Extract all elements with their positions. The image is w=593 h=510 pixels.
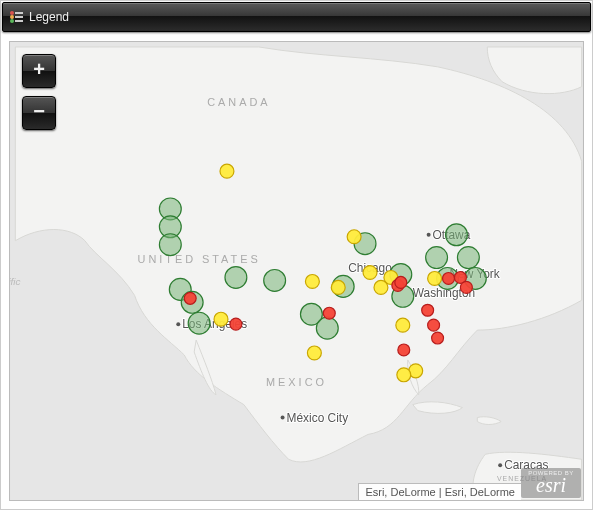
marker-yellow[interactable] [307,346,321,360]
marker-red[interactable] [460,281,472,293]
country-label: CANADA [207,96,270,108]
esri-brand: esri [521,476,581,494]
svg-point-7 [427,233,431,237]
country-label: UNITED STATES [138,253,261,265]
city-label: México City [287,411,349,425]
marker-green[interactable] [264,270,286,292]
svg-point-9 [281,416,285,420]
marker-green[interactable] [426,247,448,269]
marker-red[interactable] [230,318,242,330]
country-label: MEXICO [266,376,327,388]
marker-red[interactable] [184,292,196,304]
svg-point-2 [10,15,14,19]
ocean-label: ific [10,276,21,287]
marker-green[interactable] [446,224,468,246]
map-svg: CANADAUNITED STATESMEXICOificVENEZUELAOt… [10,42,583,500]
marker-green[interactable] [188,312,210,334]
zoom-out-button[interactable]: − [22,96,56,130]
svg-point-8 [176,322,180,326]
marker-red[interactable] [428,319,440,331]
marker-yellow[interactable] [363,266,377,280]
marker-green[interactable] [159,234,181,256]
marker-yellow[interactable] [305,274,319,288]
map-view[interactable]: CANADAUNITED STATESMEXICOificVENEZUELAOt… [9,41,584,501]
svg-point-0 [10,11,14,15]
marker-yellow[interactable] [397,368,411,382]
marker-red[interactable] [395,276,407,288]
marker-red[interactable] [422,304,434,316]
svg-point-10 [498,463,502,467]
legend-icon [9,10,23,24]
marker-yellow[interactable] [220,164,234,178]
marker-yellow[interactable] [347,230,361,244]
marker-yellow[interactable] [396,318,410,332]
marker-green[interactable] [316,317,338,339]
marker-yellow[interactable] [331,280,345,294]
marker-red[interactable] [432,332,444,344]
marker-green[interactable] [457,247,479,269]
marker-green[interactable] [225,267,247,289]
svg-rect-3 [15,16,23,18]
marker-red[interactable] [398,344,410,356]
marker-red[interactable] [323,307,335,319]
svg-rect-1 [15,12,23,14]
map-attribution: Esri, DeLorme | Esri, DeLorme [358,483,521,500]
marker-yellow[interactable] [374,280,388,294]
panel-header: Legend [2,2,591,32]
map-panel: Legend CANADAUNITED STATESMEXICOificV [0,0,593,510]
svg-point-4 [10,19,14,23]
marker-yellow[interactable] [214,312,228,326]
panel-title: Legend [29,2,69,32]
zoom-in-button[interactable]: + [22,54,56,88]
marker-red[interactable] [443,272,455,284]
zoom-controls: + − [22,54,56,130]
marker-yellow[interactable] [428,271,442,285]
svg-rect-5 [15,20,23,22]
esri-logo: POWERED BY esri [521,468,581,498]
